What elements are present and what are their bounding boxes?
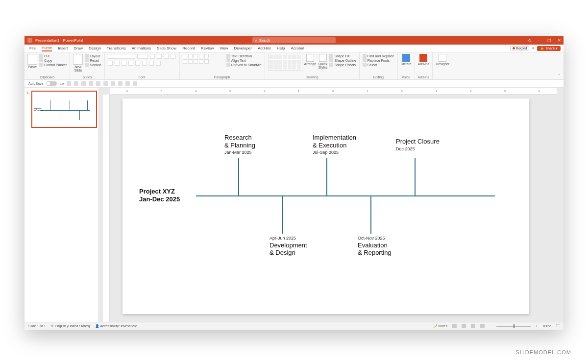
accessibility-status[interactable]: 👤 Accessibility: Investigate: [95, 324, 137, 328]
tab-insert[interactable]: Insert: [58, 46, 68, 50]
quick-styles-button[interactable]: Quick Styles: [318, 54, 327, 69]
align-right-button[interactable]: [194, 59, 198, 64]
tab-home[interactable]: Home: [42, 46, 52, 51]
font-color-button[interactable]: [149, 61, 154, 66]
dictate-button[interactable]: Dictate: [401, 54, 412, 66]
record-button[interactable]: Record: [510, 46, 530, 50]
vertical-ruler[interactable]: [103, 95, 110, 322]
reset-button[interactable]: Reset: [85, 58, 101, 62]
align-text-button[interactable]: Align Text: [226, 58, 262, 62]
line-spacing-button[interactable]: [204, 54, 209, 58]
tab-view[interactable]: View: [220, 46, 228, 50]
tab-developer[interactable]: Developer: [234, 46, 252, 50]
qat-icon-6[interactable]: [103, 81, 108, 86]
tab-transitions[interactable]: Transitions: [107, 46, 126, 50]
qat-undo-icon[interactable]: [74, 81, 78, 86]
font-family-combo[interactable]: [108, 54, 135, 59]
align-center-button[interactable]: [188, 59, 193, 64]
text-direction-button[interactable]: Text Direction: [226, 54, 262, 58]
tab-file[interactable]: File: [29, 46, 36, 50]
tab-addins[interactable]: Add-ins: [258, 46, 271, 50]
tab-slideshow[interactable]: Slide Show: [157, 46, 176, 50]
qat-icon-9[interactable]: [125, 81, 130, 86]
format-painter-button[interactable]: Format Painter: [39, 63, 67, 67]
decrease-font-button[interactable]: [157, 54, 162, 59]
autosave-toggle[interactable]: [46, 81, 57, 86]
qat-icon-10[interactable]: [133, 81, 137, 86]
tab-review[interactable]: Review: [201, 46, 214, 50]
tab-record[interactable]: Record: [182, 46, 195, 50]
decrease-indent-button[interactable]: [194, 54, 198, 58]
shape-effects-button[interactable]: Shape Effects: [329, 63, 356, 67]
convert-smartart-button[interactable]: Convert to SmartArt: [226, 63, 262, 67]
close-button[interactable]: ✕: [557, 38, 562, 43]
maximize-button[interactable]: ▢: [547, 38, 552, 43]
strikethrough-button[interactable]: [122, 61, 126, 66]
select-button[interactable]: Select: [363, 63, 394, 67]
paste-button[interactable]: Paste: [27, 54, 37, 69]
zoom-in-button[interactable]: +: [536, 324, 538, 328]
qat-icon-8[interactable]: [118, 81, 122, 86]
shape-outline-button[interactable]: Shape Outline: [329, 58, 356, 62]
addins-button[interactable]: Add-ins: [418, 54, 430, 66]
slide-count[interactable]: Slide 1 of 1: [28, 324, 46, 328]
tab-draw[interactable]: Draw: [74, 46, 83, 50]
qat-icon-7[interactable]: [111, 81, 115, 86]
new-slide-button[interactable]: New Slide: [73, 54, 83, 72]
clear-formatting-button[interactable]: [164, 54, 169, 59]
collapse-ribbon-icon[interactable]: ⌄: [558, 72, 561, 76]
share-button[interactable]: 🔒 Share ▾: [537, 46, 561, 51]
tab-animations[interactable]: Animations: [132, 46, 151, 50]
slide-canvas[interactable]: Project XYZ Jan-Dec 2025 Research & Plan…: [122, 98, 529, 314]
increase-indent-button[interactable]: [199, 54, 203, 58]
horizontal-ruler[interactable]: 654 321 012 345 6: [110, 88, 557, 95]
change-case-button[interactable]: [142, 61, 147, 66]
tab-help[interactable]: Help: [277, 46, 285, 50]
workspace: 1 Project XYZJan-Dec 2025 654 321 012: [24, 88, 564, 322]
slideshow-view-icon[interactable]: [480, 324, 485, 328]
align-left-button[interactable]: [183, 59, 187, 64]
find-replace-button[interactable]: Find and Replace: [363, 54, 394, 58]
fit-to-window-icon[interactable]: ⛶: [556, 324, 560, 328]
zoom-slider[interactable]: [496, 326, 531, 327]
zoom-level[interactable]: 100%: [542, 324, 551, 328]
layout-button[interactable]: Layout: [85, 54, 101, 58]
italic-button[interactable]: [108, 61, 113, 66]
text-shadow-button[interactable]: [128, 61, 133, 66]
search-box[interactable]: ⌕ Search: [252, 37, 336, 43]
cut-button[interactable]: Cut: [39, 54, 67, 58]
zoom-out-button[interactable]: −: [490, 324, 491, 328]
notes-button[interactable]: 📝 Notes: [433, 324, 447, 328]
qat-icon-5[interactable]: [96, 81, 100, 86]
qat-save-icon[interactable]: [67, 81, 71, 86]
bold-button[interactable]: [171, 54, 175, 59]
ribbon-display-icon[interactable]: ▾: [532, 46, 534, 50]
shapes-gallery[interactable]: [268, 54, 302, 71]
qat-redo-icon[interactable]: [81, 81, 86, 86]
qat-from-beginning-icon[interactable]: [89, 81, 93, 86]
arrange-button[interactable]: Arrange: [304, 54, 317, 66]
account-icon[interactable]: ◇: [527, 38, 532, 43]
copy-button[interactable]: Copy: [39, 58, 67, 62]
normal-view-icon[interactable]: [452, 324, 457, 328]
tab-design[interactable]: Design: [89, 46, 101, 50]
shape-fill-button[interactable]: Shape Fill: [329, 54, 356, 58]
reading-view-icon[interactable]: [471, 324, 475, 328]
underline-button[interactable]: [115, 61, 120, 66]
highlight-button[interactable]: [156, 61, 161, 66]
increase-font-button[interactable]: [150, 54, 155, 59]
designer-button[interactable]: Designer: [436, 54, 449, 66]
char-spacing-button[interactable]: [135, 61, 140, 66]
minimize-button[interactable]: –: [537, 38, 542, 43]
section-button[interactable]: Section: [85, 63, 101, 67]
slide-thumbnail-1[interactable]: Project XYZJan-Dec 2025: [31, 91, 97, 128]
font-size-combo[interactable]: [137, 54, 148, 59]
bullets-button[interactable]: [183, 54, 187, 58]
slide-sorter-icon[interactable]: [462, 324, 466, 328]
columns-button[interactable]: [204, 59, 209, 64]
replace-fonts-button[interactable]: Replace Fonts: [363, 58, 394, 62]
language-status[interactable]: 🏳 English (United States): [50, 324, 90, 328]
tab-acrobat[interactable]: Acrobat: [291, 46, 305, 50]
numbering-button[interactable]: [188, 54, 193, 58]
justify-button[interactable]: [199, 59, 203, 64]
